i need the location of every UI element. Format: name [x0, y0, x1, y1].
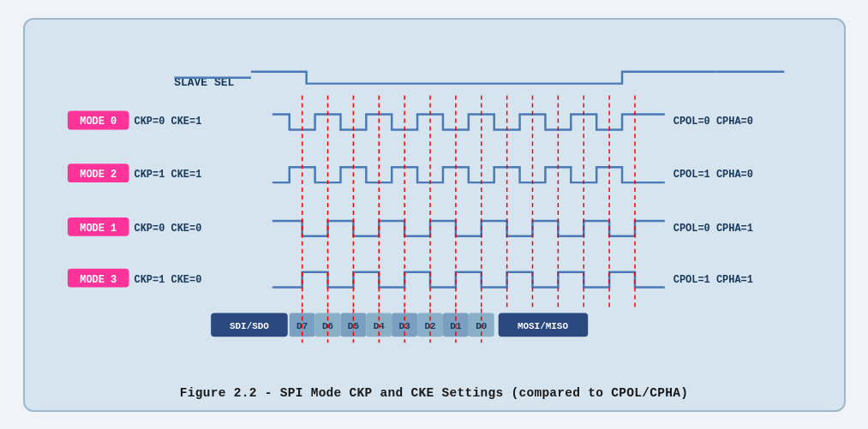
mode3-badge-text: MODE 3 — [80, 273, 117, 285]
mode2-right: CPOL=1 CPHA=0 — [673, 169, 752, 181]
main-container: SLAVE SEL MODE 0 CKP=0 CKE=1 CPOL=0 CPHA… — [23, 18, 846, 412]
slave-sel-signal — [250, 71, 715, 83]
figure-caption: Figure 2.2 - SPI Mode CKP and CKE Settin… — [180, 386, 688, 400]
mode0-signal — [272, 114, 664, 129]
mode1-badge-text: MODE 1 — [80, 222, 117, 234]
diagram-area: SLAVE SEL MODE 0 CKP=0 CKE=1 CPOL=0 CPHA… — [42, 35, 827, 378]
mode1-right: CPOL=0 CPHA=1 — [673, 222, 752, 234]
mode2-params: CKP=1 CKE=1 — [134, 169, 201, 181]
sdi-sdo-label: SDI/SDO — [229, 321, 268, 331]
mode3-signal — [272, 271, 664, 287]
mode1-params: CKP=0 CKE=0 — [134, 222, 201, 234]
mode3-right: CPOL=1 CPHA=1 — [673, 273, 752, 285]
mode0-params: CKP=0 CKE=1 — [134, 116, 201, 128]
mode0-right: CPOL=0 CPHA=0 — [673, 116, 752, 128]
mode0-badge-text: MODE 0 — [80, 116, 117, 128]
mode3-params: CKP=1 CKE=0 — [134, 273, 201, 285]
mode1-signal — [272, 220, 664, 235]
mode2-signal — [272, 167, 664, 182]
mosi-miso-label: MOSI/MISO — [517, 321, 568, 331]
mode2-badge-text: MODE 2 — [80, 169, 117, 181]
